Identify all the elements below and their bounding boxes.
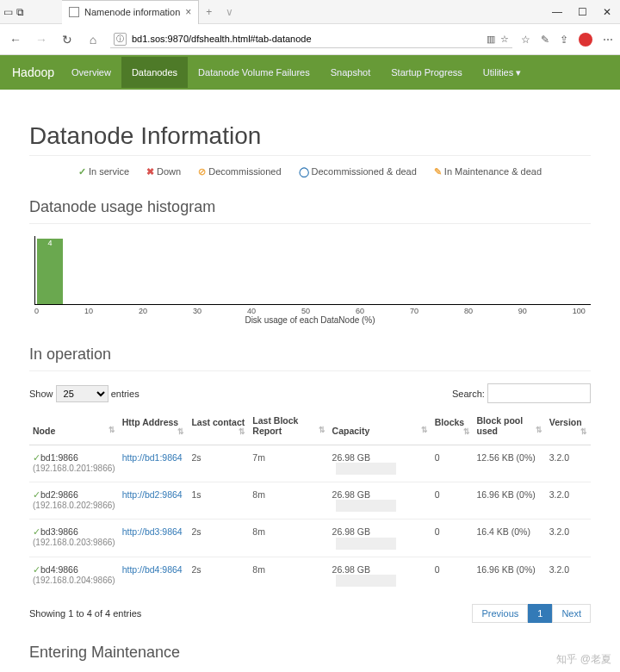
refresh-button[interactable]: ↻ xyxy=(59,33,76,47)
url-input[interactable] xyxy=(132,34,481,44)
pen-icon[interactable]: ✎ xyxy=(541,34,549,46)
adblock-icon[interactable] xyxy=(579,33,592,47)
address-bar[interactable]: ⓘ ▥ ☆ xyxy=(110,31,512,48)
site-info-icon[interactable]: ⓘ xyxy=(114,33,127,46)
copy-icon[interactable]: ⧉ xyxy=(16,6,24,18)
table-controls: Show 102550100 entries Search: xyxy=(29,383,591,403)
favorites-icon[interactable]: ☆ xyxy=(521,34,530,46)
usage-histogram: 4 0102030405060708090100 Disk usage of e… xyxy=(29,236,591,325)
favorite-star-icon[interactable]: ☆ xyxy=(500,34,509,45)
minimize-button[interactable]: — xyxy=(552,6,562,18)
table-row: ✓bd3:9866(192.168.0.203:9866)http://bd3:… xyxy=(29,520,591,557)
in-operation-heading: In operation xyxy=(29,345,591,364)
col-capacity[interactable]: Capacity⇅ xyxy=(329,410,431,445)
browser-tab[interactable]: Namenode information × xyxy=(62,0,199,24)
window-tab-strip-left: ▭ ⧉ xyxy=(0,6,28,18)
col-last-block-report[interactable]: Last Block Report⇅ xyxy=(249,410,328,445)
favicon xyxy=(69,7,79,17)
table-row: ✓bd4:9866(192.168.0.204:9866)http://bd4:… xyxy=(29,557,591,594)
search-label: Search: xyxy=(452,389,485,399)
maximize-button[interactable]: ☐ xyxy=(578,6,587,18)
legend-in-maintenance-dead: ✎In Maintenance & dead xyxy=(434,166,542,177)
legend-decommissioned: ⊘Decommissioned xyxy=(198,166,281,177)
nav-datanodes[interactable]: Datanodes xyxy=(121,57,188,88)
http-address-link[interactable]: http://bd4:9864 xyxy=(122,564,183,575)
browser-toolbar: ← → ↻ ⌂ ⓘ ▥ ☆ ☆ ✎ ⇪ ⋯ xyxy=(0,24,620,55)
next-button[interactable]: Next xyxy=(552,604,591,623)
back-button[interactable]: ← xyxy=(7,33,24,47)
share-icon[interactable]: ⇪ xyxy=(560,34,568,46)
prev-button[interactable]: Previous xyxy=(472,604,528,623)
col-blocks[interactable]: Blocks⇅ xyxy=(431,410,474,445)
brand[interactable]: Hadoop xyxy=(12,65,54,79)
entries-select[interactable]: 102550100 xyxy=(56,385,108,402)
tab-title: Namenode information xyxy=(84,7,180,17)
col-http-address[interactable]: Http Address⇅ xyxy=(119,410,189,445)
show-label: Show xyxy=(29,389,53,399)
tab-chevron-icon[interactable]: ∨ xyxy=(219,6,240,18)
history-icon[interactable]: ▭ xyxy=(3,6,13,18)
nav-snapshot[interactable]: Snapshot xyxy=(320,57,381,88)
entries-label: entries xyxy=(111,389,140,399)
legend-decommissioned-dead: ◯Decommissioned & dead xyxy=(299,166,417,177)
status-legend: ✓In service✖Down⊘Decommissioned◯Decommis… xyxy=(29,166,591,177)
page-content: Datanode Information ✓In service✖Down⊘De… xyxy=(0,90,620,672)
forward-button[interactable]: → xyxy=(33,33,50,47)
reading-view-icon[interactable]: ▥ xyxy=(487,34,495,45)
page-1-button[interactable]: 1 xyxy=(528,604,552,623)
nav-startup-progress[interactable]: Startup Progress xyxy=(381,57,473,88)
close-window-button[interactable]: ✕ xyxy=(603,6,611,18)
col-block-pool-used[interactable]: Block pool used⇅ xyxy=(474,410,546,445)
home-button[interactable]: ⌂ xyxy=(84,33,102,47)
histogram-bar: 4 xyxy=(37,239,63,304)
col-last-contact[interactable]: Last contact⇅ xyxy=(188,410,249,445)
datanode-table: Node⇅Http Address⇅Last contact⇅Last Bloc… xyxy=(29,410,591,594)
hadoop-nav: Hadoop OverviewDatanodesDatanode Volume … xyxy=(0,55,620,90)
showing-text: Showing 1 to 4 of 4 entries xyxy=(29,608,141,619)
nav-overview[interactable]: Overview xyxy=(61,57,121,88)
col-version[interactable]: Version⇅ xyxy=(546,410,591,445)
table-row: ✓bd1:9866(192.168.0.201:9866)http://bd1:… xyxy=(29,445,591,482)
http-address-link[interactable]: http://bd3:9864 xyxy=(122,526,183,537)
window-controls: — ☐ ✕ xyxy=(543,6,620,18)
entering-maintenance-heading: Entering Maintenance xyxy=(29,644,591,662)
nav-datanode-volume-failures[interactable]: Datanode Volume Failures xyxy=(188,57,320,88)
x-axis-label: Disk usage of each DataNode (%) xyxy=(29,315,591,325)
table-footer: Showing 1 to 4 of 4 entries Previous 1 N… xyxy=(29,604,591,623)
http-address-link[interactable]: http://bd1:9864 xyxy=(122,452,183,463)
page-title: Datanode Information xyxy=(29,122,591,150)
close-tab-icon[interactable]: × xyxy=(185,6,191,18)
chart-title: Datanode usage histogram xyxy=(29,198,591,216)
legend-down: ✖Down xyxy=(146,166,181,177)
col-node[interactable]: Node⇅ xyxy=(29,410,119,445)
titlebar: ▭ ⧉ Namenode information × + ∨ — ☐ ✕ xyxy=(0,0,620,24)
pagination: Previous 1 Next xyxy=(472,604,591,623)
http-address-link[interactable]: http://bd2:9864 xyxy=(122,489,183,500)
table-row: ✓bd2:9866(192.168.0.202:9866)http://bd2:… xyxy=(29,482,591,520)
watermark: 知乎 @老夏 xyxy=(556,652,611,667)
search-input[interactable] xyxy=(487,383,591,403)
toolbar-right: ☆ ✎ ⇪ ⋯ xyxy=(521,33,613,47)
more-icon[interactable]: ⋯ xyxy=(603,34,613,46)
nav-utilities[interactable]: Utilities ▾ xyxy=(473,57,532,89)
legend-in-service: ✓In service xyxy=(78,166,129,177)
new-tab-button[interactable]: + xyxy=(199,6,219,18)
